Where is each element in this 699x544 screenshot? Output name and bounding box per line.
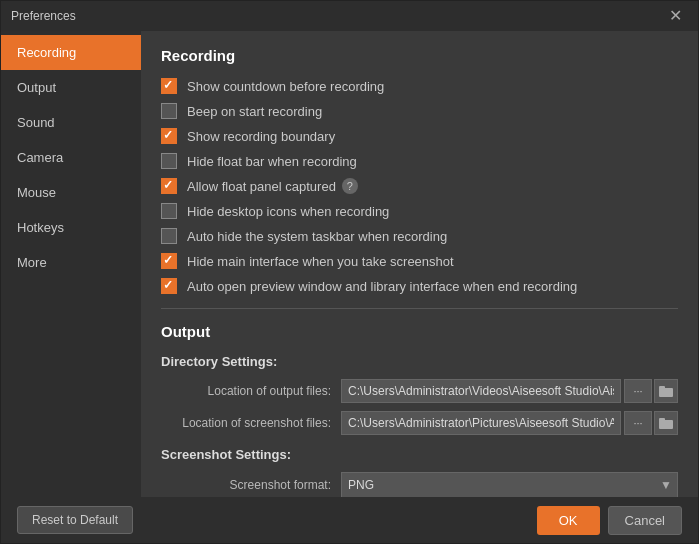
- reset-to-default-button[interactable]: Reset to Default: [17, 506, 133, 534]
- checkbox-row-5: Allow float panel captured ?: [161, 178, 678, 194]
- screenshot-format-label: Screenshot format:: [161, 478, 341, 492]
- preferences-window: Preferences ✕ Recording Output Sound Cam…: [0, 0, 699, 544]
- svg-rect-1: [659, 386, 665, 390]
- checkbox-show-boundary[interactable]: [161, 128, 177, 144]
- checkbox-hide-main-interface[interactable]: [161, 253, 177, 269]
- sidebar: Recording Output Sound Camera Mouse Hotk…: [1, 31, 141, 497]
- footer: Reset to Default OK Cancel: [1, 497, 698, 543]
- sidebar-item-sound[interactable]: Sound: [1, 105, 141, 140]
- screenshot-files-label: Location of screenshot files:: [161, 416, 341, 430]
- output-files-folder-button[interactable]: [654, 379, 678, 403]
- screenshot-format-row: Screenshot format: PNG JPG BMP GIF TIFF …: [161, 472, 678, 497]
- checkbox-row-4: Hide float bar when recording: [161, 153, 678, 169]
- title-bar: Preferences ✕: [1, 1, 698, 31]
- cancel-button[interactable]: Cancel: [608, 506, 682, 535]
- screenshot-files-folder-button[interactable]: [654, 411, 678, 435]
- directory-settings-label: Directory Settings:: [161, 354, 678, 369]
- window-title: Preferences: [11, 9, 76, 23]
- checkbox-hide-float-bar[interactable]: [161, 153, 177, 169]
- checkbox-row-3: Show recording boundary: [161, 128, 678, 144]
- checkbox-row-7: Auto hide the system taskbar when record…: [161, 228, 678, 244]
- output-files-row: Location of output files: ···: [161, 379, 678, 403]
- screenshot-settings-label: Screenshot Settings:: [161, 447, 678, 462]
- ok-button[interactable]: OK: [537, 506, 600, 535]
- svg-rect-3: [659, 418, 665, 422]
- sidebar-item-camera[interactable]: Camera: [1, 140, 141, 175]
- sidebar-item-output[interactable]: Output: [1, 70, 141, 105]
- close-button[interactable]: ✕: [663, 6, 688, 26]
- footer-right-buttons: OK Cancel: [537, 506, 682, 535]
- sidebar-item-recording[interactable]: Recording: [1, 35, 141, 70]
- output-files-dots-button[interactable]: ···: [624, 379, 652, 403]
- main-content: Recording Show countdown before recordin…: [141, 31, 698, 497]
- checkbox-row-1: Show countdown before recording: [161, 78, 678, 94]
- sidebar-item-more[interactable]: More: [1, 245, 141, 280]
- output-files-label: Location of output files:: [161, 384, 341, 398]
- screenshot-format-select[interactable]: PNG JPG BMP GIF TIFF: [341, 472, 678, 497]
- output-section: Output Directory Settings: Location of o…: [161, 323, 678, 497]
- screenshot-format-select-wrap: PNG JPG BMP GIF TIFF ▼: [341, 472, 678, 497]
- checkbox-beep-start[interactable]: [161, 103, 177, 119]
- checkbox-row-6: Hide desktop icons when recording: [161, 203, 678, 219]
- help-icon[interactable]: ?: [342, 178, 358, 194]
- checkbox-allow-float-panel[interactable]: [161, 178, 177, 194]
- recording-section-title: Recording: [161, 47, 678, 64]
- checkbox-hide-desktop-icons[interactable]: [161, 203, 177, 219]
- checkbox-row-8: Hide main interface when you take screen…: [161, 253, 678, 269]
- sidebar-item-mouse[interactable]: Mouse: [1, 175, 141, 210]
- screenshot-files-dots-button[interactable]: ···: [624, 411, 652, 435]
- screenshot-files-row: Location of screenshot files: ···: [161, 411, 678, 435]
- checkbox-show-countdown[interactable]: [161, 78, 177, 94]
- checkbox-auto-open-preview[interactable]: [161, 278, 177, 294]
- checkbox-row-9: Auto open preview window and library int…: [161, 278, 678, 294]
- section-divider: [161, 308, 678, 309]
- output-files-input[interactable]: [341, 379, 621, 403]
- sidebar-item-hotkeys[interactable]: Hotkeys: [1, 210, 141, 245]
- content-area: Recording Output Sound Camera Mouse Hotk…: [1, 31, 698, 497]
- screenshot-settings-block: Screenshot Settings: Screenshot format: …: [161, 447, 678, 497]
- checkbox-hide-taskbar[interactable]: [161, 228, 177, 244]
- output-section-title: Output: [161, 323, 678, 340]
- screenshot-files-input[interactable]: [341, 411, 621, 435]
- checkbox-row-2: Beep on start recording: [161, 103, 678, 119]
